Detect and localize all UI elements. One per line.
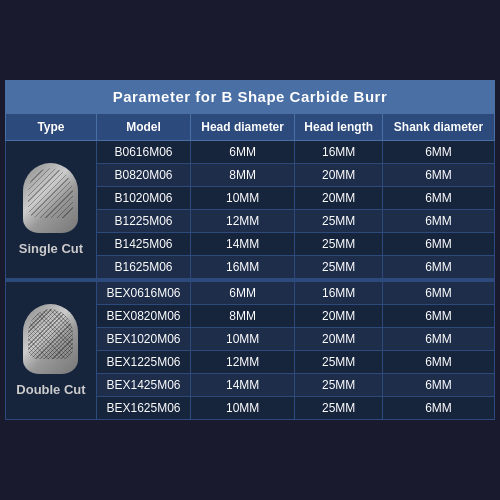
cell-shank-diameter: 6MM <box>383 397 495 420</box>
table-row: Double Cut BEX0616M066MM16MM6MM <box>6 282 495 305</box>
cell-head-diameter: 12MM <box>191 210 295 233</box>
cell-head-length: 16MM <box>295 141 383 164</box>
cell-head-diameter: 8MM <box>191 164 295 187</box>
cell-head-length: 20MM <box>295 164 383 187</box>
cell-model: BEX1225M06 <box>96 351 190 374</box>
cell-shank-diameter: 6MM <box>383 233 495 256</box>
parameter-table: Type Model Head diameter Head length Sha… <box>5 113 495 420</box>
cell-head-length: 25MM <box>295 351 383 374</box>
cell-model: BEX0616M06 <box>96 282 190 305</box>
cell-shank-diameter: 6MM <box>383 256 495 279</box>
cell-head-length: 20MM <box>295 187 383 210</box>
cell-head-diameter: 12MM <box>191 351 295 374</box>
cell-head-length: 25MM <box>295 233 383 256</box>
burr-image-double <box>23 304 78 374</box>
page-title: Parameter for B Shape Carbide Burr <box>5 80 495 113</box>
cell-shank-diameter: 6MM <box>383 210 495 233</box>
col-model: Model <box>96 114 190 141</box>
cell-head-length: 20MM <box>295 305 383 328</box>
table-row: Single Cut B0616M066MM16MM6MM <box>6 141 495 164</box>
cell-model: BEX0820M06 <box>96 305 190 328</box>
cell-shank-diameter: 6MM <box>383 305 495 328</box>
cell-head-diameter: 10MM <box>191 187 295 210</box>
cell-shank-diameter: 6MM <box>383 164 495 187</box>
cell-shank-diameter: 6MM <box>383 282 495 305</box>
section-label-double: Double Cut <box>16 382 85 397</box>
cell-model: BEX1020M06 <box>96 328 190 351</box>
cell-shank-diameter: 6MM <box>383 374 495 397</box>
cell-head-length: 25MM <box>295 256 383 279</box>
cell-head-length: 25MM <box>295 210 383 233</box>
cell-shank-diameter: 6MM <box>383 351 495 374</box>
col-shank-diameter: Shank diameter <box>383 114 495 141</box>
cell-shank-diameter: 6MM <box>383 187 495 210</box>
cell-head-length: 16MM <box>295 282 383 305</box>
cell-shank-diameter: 6MM <box>383 328 495 351</box>
section-image-single: Single Cut <box>6 141 97 279</box>
cell-head-length: 20MM <box>295 328 383 351</box>
cell-head-diameter: 10MM <box>191 397 295 420</box>
cell-head-length: 25MM <box>295 374 383 397</box>
cell-model: B1625M06 <box>96 256 190 279</box>
cell-head-diameter: 6MM <box>191 141 295 164</box>
cell-model: B1225M06 <box>96 210 190 233</box>
cell-head-diameter: 14MM <box>191 233 295 256</box>
cell-shank-diameter: 6MM <box>383 141 495 164</box>
main-container: Parameter for B Shape Carbide Burr Type … <box>5 80 495 420</box>
cell-model: B0820M06 <box>96 164 190 187</box>
cell-head-diameter: 8MM <box>191 305 295 328</box>
col-type: Type <box>6 114 97 141</box>
cell-head-length: 25MM <box>295 397 383 420</box>
cell-model: BEX1625M06 <box>96 397 190 420</box>
cell-head-diameter: 14MM <box>191 374 295 397</box>
cell-head-diameter: 16MM <box>191 256 295 279</box>
section-label-single: Single Cut <box>19 241 83 256</box>
cell-head-diameter: 6MM <box>191 282 295 305</box>
section-image-double: Double Cut <box>6 282 97 420</box>
col-head-diameter: Head diameter <box>191 114 295 141</box>
cell-head-diameter: 10MM <box>191 328 295 351</box>
cell-model: B1020M06 <box>96 187 190 210</box>
cell-model: B1425M06 <box>96 233 190 256</box>
cell-model: BEX1425M06 <box>96 374 190 397</box>
col-head-length: Head length <box>295 114 383 141</box>
cell-model: B0616M06 <box>96 141 190 164</box>
burr-image-single <box>23 163 78 233</box>
